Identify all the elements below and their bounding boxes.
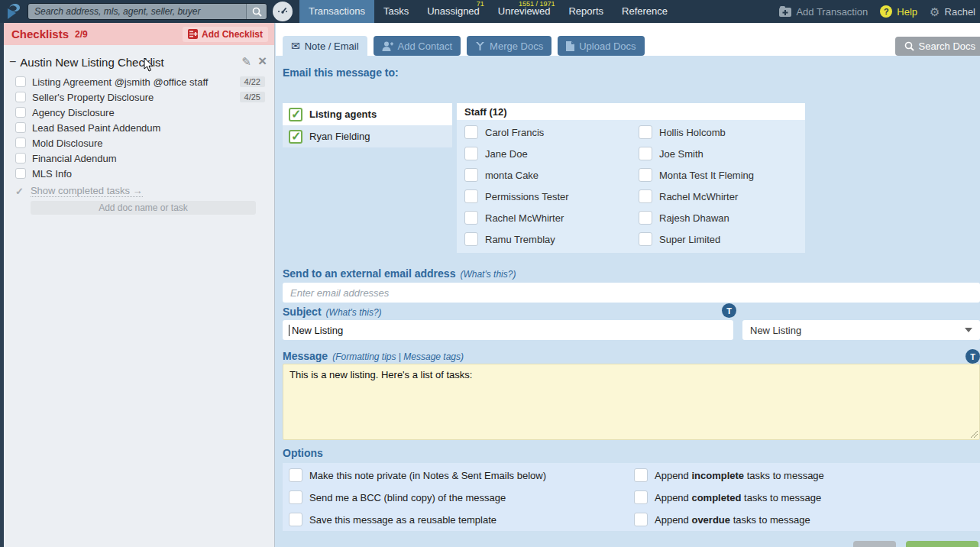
add-checklist-label: Add Checklist bbox=[202, 29, 263, 40]
staff-checkbox[interactable] bbox=[464, 189, 478, 203]
message-tags-icon[interactable]: T bbox=[965, 349, 980, 364]
nav-tab-unreviewed[interactable]: 1551 / 1971Unreviewed bbox=[489, 0, 560, 23]
show-completed-link[interactable]: Show completed tasks → bbox=[31, 185, 143, 197]
staff-checkbox[interactable] bbox=[464, 232, 478, 246]
nav-tab-label: Reference bbox=[622, 5, 668, 17]
option-append-incomplete[interactable]: Append incomplete tasks to message bbox=[634, 468, 824, 482]
staff-checkbox[interactable] bbox=[464, 211, 478, 225]
option-checkbox[interactable] bbox=[634, 468, 648, 482]
external-email-label-text: Send to an external email address bbox=[283, 267, 455, 280]
staff-item[interactable]: Ramu Tremblay bbox=[457, 228, 631, 250]
task-checkbox[interactable] bbox=[15, 76, 26, 87]
options-panel: Make this note private (in Notes & Sent … bbox=[283, 463, 980, 531]
subject-tags-icon[interactable]: T bbox=[722, 303, 736, 318]
template-selected-value: New Listing bbox=[750, 325, 801, 336]
task-checkbox[interactable] bbox=[15, 138, 26, 148]
staff-item[interactable]: monta Cake bbox=[457, 164, 631, 186]
external-email-input[interactable] bbox=[283, 283, 980, 303]
template-dropdown[interactable]: New Listing bbox=[742, 320, 980, 340]
search-button[interactable] bbox=[246, 4, 267, 19]
staff-checkbox[interactable] bbox=[639, 125, 652, 139]
cancel-button[interactable]: Cancel bbox=[853, 541, 896, 547]
message-textarea[interactable]: This is a new listing. Here's a list of … bbox=[283, 364, 980, 440]
nav-tab-reports[interactable]: Reports bbox=[559, 0, 613, 23]
option-append-overdue[interactable]: Append overdue tasks to message bbox=[634, 513, 810, 526]
edit-pencil-icon[interactable]: ✎ bbox=[241, 55, 251, 69]
resize-handle-icon[interactable] bbox=[971, 431, 978, 438]
staff-item[interactable]: Hollis Holcomb bbox=[631, 121, 805, 143]
send-email-button[interactable]: Send Email bbox=[906, 541, 978, 547]
staff-item[interactable]: Joe Smith bbox=[631, 143, 805, 164]
task-checkbox[interactable] bbox=[15, 107, 26, 118]
add-checklist-button[interactable]: Add Checklist bbox=[183, 27, 268, 42]
staff-item[interactable]: Super Limited bbox=[631, 228, 805, 250]
external-whats-this-link[interactable]: (What's this?) bbox=[460, 269, 516, 280]
add-checklist-icon bbox=[188, 29, 198, 39]
staff-checkbox[interactable] bbox=[464, 125, 478, 139]
task-checkbox[interactable] bbox=[15, 168, 26, 179]
option-checkbox[interactable] bbox=[289, 490, 302, 504]
option-label: Append completed tasks to message bbox=[655, 492, 821, 503]
staff-name: Carol Francis bbox=[485, 127, 544, 138]
help-button[interactable]: ? Help bbox=[880, 5, 917, 18]
nav-tab-reference[interactable]: Reference bbox=[613, 0, 677, 23]
add-task-input[interactable] bbox=[31, 201, 256, 215]
task-checkbox[interactable] bbox=[15, 122, 26, 133]
staff-checkbox[interactable] bbox=[639, 168, 652, 182]
checked-checkbox[interactable] bbox=[289, 108, 302, 121]
tab-upload-docs[interactable]: Upload Docs bbox=[558, 36, 644, 56]
recipient-ryan-fielding[interactable]: Ryan Fielding bbox=[283, 125, 452, 147]
collapse-icon[interactable]: − bbox=[9, 55, 16, 69]
recipient-listing-agents[interactable]: Listing agents bbox=[283, 103, 452, 125]
option-checkbox[interactable] bbox=[634, 490, 648, 504]
search-docs-button[interactable]: Search Docs bbox=[895, 37, 980, 56]
option-checkbox[interactable] bbox=[289, 513, 302, 526]
option-bcc[interactable]: Send me a BCC (blind copy) of the messag… bbox=[289, 490, 506, 504]
nav-tab-tasks[interactable]: Tasks bbox=[374, 0, 418, 23]
search-input[interactable] bbox=[28, 4, 246, 19]
option-checkbox[interactable] bbox=[634, 513, 648, 526]
tab-merge-docs[interactable]: Merge Docs bbox=[467, 36, 551, 56]
staff-item[interactable]: Rachel McWhirter bbox=[457, 207, 631, 228]
staff-checkbox[interactable] bbox=[639, 189, 652, 203]
add-transaction-button[interactable]: Add Transaction bbox=[779, 6, 868, 18]
nav-tab-unassigned[interactable]: 71Unassigned bbox=[418, 0, 489, 23]
staff-checkbox[interactable] bbox=[464, 147, 478, 160]
app-logo-icon[interactable] bbox=[4, 2, 24, 21]
tab-note-email[interactable]: ✉ Note / Email bbox=[283, 36, 367, 56]
formatting-tips-links[interactable]: (Formatting tips | Message tags) bbox=[332, 351, 464, 362]
staff-item[interactable]: Carol Francis bbox=[457, 121, 631, 143]
staff-item[interactable]: Rajesh Dhawan bbox=[631, 207, 805, 228]
option-label: Save this message as a reusable template bbox=[309, 514, 496, 526]
staff-checkbox[interactable] bbox=[639, 147, 652, 160]
option-save-template[interactable]: Save this message as a reusable template bbox=[289, 513, 496, 526]
task-checkbox[interactable] bbox=[15, 92, 26, 102]
option-private[interactable]: Make this note private (in Notes & Sent … bbox=[289, 468, 546, 482]
delete-x-icon[interactable]: × bbox=[258, 55, 267, 69]
subject-input[interactable]: New Listing bbox=[283, 320, 733, 340]
option-append-completed[interactable]: Append completed tasks to message bbox=[634, 490, 821, 504]
subject-whats-this-link[interactable]: (What's this?) bbox=[326, 307, 382, 318]
staff-item[interactable]: Monta Test It Fleming bbox=[631, 164, 805, 186]
checklist-name[interactable]: Austin New Listing Checklist bbox=[20, 56, 163, 69]
checklists-count: 2/9 bbox=[75, 29, 88, 40]
checked-checkbox[interactable] bbox=[289, 130, 302, 144]
staff-item[interactable]: Rachel McWhirter bbox=[631, 186, 805, 207]
staff-checkbox[interactable] bbox=[639, 232, 652, 246]
staff-name: Jane Doe bbox=[485, 148, 528, 160]
nav-tab-transactions[interactable]: Transactions bbox=[299, 0, 374, 23]
tab-add-contact[interactable]: Add Contact bbox=[374, 36, 461, 56]
task-checkbox[interactable] bbox=[15, 153, 26, 163]
search-docs-label: Search Docs bbox=[919, 40, 975, 52]
staff-checkbox[interactable] bbox=[639, 211, 652, 225]
email-to-label: Email this message to: bbox=[283, 66, 399, 79]
staff-item[interactable]: Jane Doe bbox=[457, 143, 631, 164]
dashboard-gauge-icon[interactable] bbox=[273, 2, 293, 21]
option-checkbox[interactable] bbox=[289, 468, 302, 482]
staff-name: Monta Test It Fleming bbox=[659, 170, 754, 181]
checklist-item: Financial Adendum bbox=[4, 151, 274, 166]
staff-checkbox[interactable] bbox=[464, 168, 478, 182]
staff-item[interactable]: Permissions Tester bbox=[457, 186, 631, 207]
task-label: MLS Info bbox=[32, 168, 72, 180]
user-menu[interactable]: ⚙ Rachel bbox=[930, 6, 975, 18]
